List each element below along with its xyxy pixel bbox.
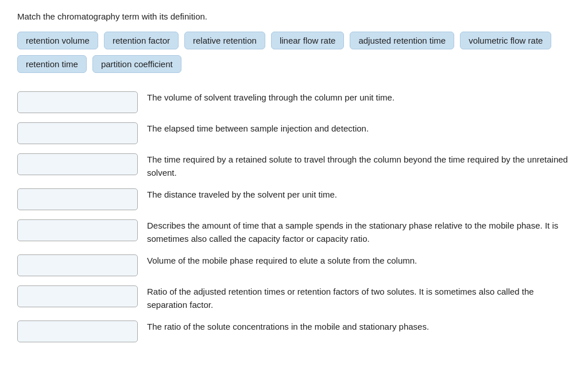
terms-container: retention volumeretention factorrelative… (17, 32, 571, 73)
drop-box-8[interactable] (17, 321, 138, 342)
definition-text-8: The ratio of the solute concentrations i… (147, 319, 571, 334)
definition-row-7: Ratio of the adjusted retention times or… (17, 284, 571, 311)
definitions-container: The volume of solvent traveling through … (17, 90, 571, 350)
definition-row-6: Volume of the mobile phase required to e… (17, 253, 571, 276)
definition-row-4: The distance traveled by the solvent per… (17, 187, 571, 210)
drop-box-5[interactable] (17, 219, 138, 241)
definition-text-6: Volume of the mobile phase required to e… (147, 253, 571, 268)
term-chip-adjusted-retention-time[interactable]: adjusted retention time (350, 32, 454, 49)
definition-row-3: The time required by a retained solute t… (17, 152, 571, 179)
definition-text-5: Describes the amount of time that a samp… (147, 218, 571, 245)
drop-box-1[interactable] (17, 91, 138, 113)
definition-text-7: Ratio of the adjusted retention times or… (147, 284, 571, 311)
drop-box-4[interactable] (17, 188, 138, 210)
term-chip-retention-volume[interactable]: retention volume (17, 32, 98, 49)
term-chip-retention-factor[interactable]: retention factor (104, 32, 179, 49)
definition-row-1: The volume of solvent traveling through … (17, 90, 571, 113)
drop-box-2[interactable] (17, 122, 138, 144)
definition-text-2: The elapsed time between sample injectio… (147, 121, 571, 136)
drop-box-7[interactable] (17, 285, 138, 307)
definition-text-3: The time required by a retained solute t… (147, 152, 571, 179)
definition-text-1: The volume of solvent traveling through … (147, 90, 571, 105)
drop-box-6[interactable] (17, 254, 138, 276)
drop-box-3[interactable] (17, 153, 138, 175)
definition-row-8: The ratio of the solute concentrations i… (17, 319, 571, 342)
term-chip-retention-time[interactable]: retention time (17, 55, 87, 73)
instruction-text: Match the chromatography term with its d… (17, 11, 571, 21)
definition-text-4: The distance traveled by the solvent per… (147, 187, 571, 202)
term-chip-volumetric-flow-rate[interactable]: volumetric flow rate (460, 32, 551, 49)
term-chip-linear-flow-rate[interactable]: linear flow rate (271, 32, 345, 49)
definition-row-2: The elapsed time between sample injectio… (17, 121, 571, 144)
term-chip-partition-coefficient[interactable]: partition coefficient (92, 55, 181, 73)
term-chip-relative-retention[interactable]: relative retention (184, 32, 265, 49)
definition-row-5: Describes the amount of time that a samp… (17, 218, 571, 245)
